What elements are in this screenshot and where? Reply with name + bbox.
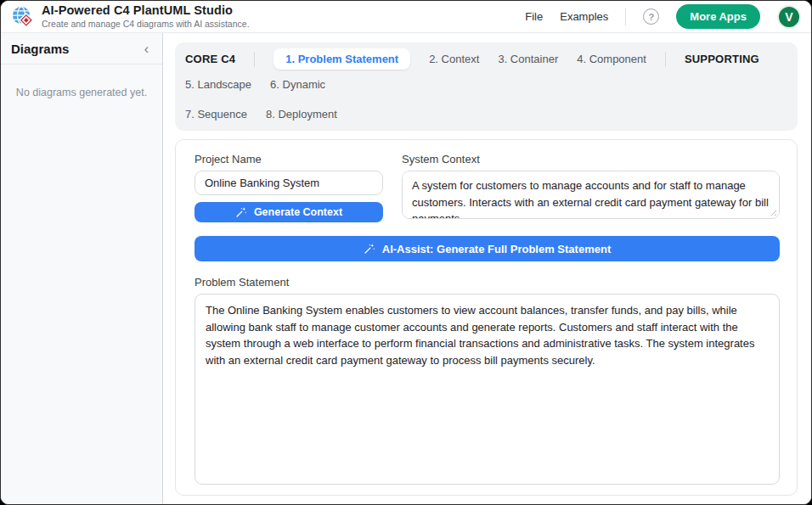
tab-divider — [665, 52, 666, 67]
generate-context-label: Generate Context — [254, 206, 342, 218]
tab-divider — [254, 52, 255, 67]
ai-assist-button[interactable]: AI-Assist: Generate Full Problem Stateme… — [195, 236, 780, 261]
tab-deployment[interactable]: 8. Deployment — [266, 104, 337, 125]
tab-problem-statement[interactable]: 1. Problem Statement — [273, 48, 410, 70]
project-name-input[interactable] — [195, 171, 383, 195]
project-name-label: Project Name — [195, 153, 383, 166]
chevron-left-icon[interactable]: ‹ — [141, 42, 152, 56]
app-subtitle: Create and manage C4 diagrams with AI as… — [42, 20, 250, 30]
tab-group-core-c4: CORE C4 — [185, 48, 235, 70]
main-panel: CORE C4 1. Problem Statement 2. Context … — [163, 33, 811, 504]
header-divider — [625, 8, 626, 25]
magic-wand-icon — [235, 206, 247, 218]
examples-menu[interactable]: Examples — [560, 10, 608, 23]
problem-statement-wrap: The Online Banking System enables custom… — [195, 294, 780, 485]
problem-statement-textarea[interactable]: The Online Banking System enables custom… — [195, 294, 780, 485]
tab-group-supporting: SUPPORTING — [685, 48, 759, 70]
tab-context[interactable]: 2. Context — [429, 48, 479, 70]
app-logo-icon — [11, 5, 34, 28]
tab-dynamic[interactable]: 6. Dynamic — [270, 74, 325, 95]
app-window: AI-Powered C4 PlantUML Studio Create and… — [0, 0, 812, 505]
tab-component[interactable]: 4. Component — [577, 48, 646, 70]
app-header: AI-Powered C4 PlantUML Studio Create and… — [1, 1, 811, 33]
help-icon[interactable]: ? — [643, 8, 659, 25]
app-title: AI-Powered C4 PlantUML Studio — [42, 4, 250, 18]
tabbar: CORE C4 1. Problem Statement 2. Context … — [175, 42, 798, 131]
system-context-column: System Context A system for customers to… — [402, 153, 780, 219]
problem-statement-form: Project Name Generate Context — [175, 139, 798, 496]
tab-container[interactable]: 3. Container — [498, 48, 558, 70]
sidebar-header: Diagrams ‹ — [1, 33, 162, 65]
ai-assist-label: AI-Assist: Generate Full Problem Stateme… — [382, 243, 611, 255]
project-name-column: Project Name Generate Context — [195, 153, 383, 222]
file-menu[interactable]: File — [525, 10, 543, 23]
diagrams-sidebar: Diagrams ‹ No diagrams generated yet. — [1, 33, 163, 504]
tab-sequence[interactable]: 7. Sequence — [185, 104, 247, 125]
problem-statement-label: Problem Statement — [195, 276, 780, 289]
avatar[interactable]: V — [777, 5, 801, 29]
title-block: AI-Powered C4 PlantUML Studio Create and… — [42, 4, 250, 29]
more-apps-button[interactable]: More Apps — [676, 4, 760, 29]
generate-context-button[interactable]: Generate Context — [195, 202, 383, 222]
sidebar-title: Diagrams — [11, 42, 69, 56]
sidebar-empty-message: No diagrams generated yet. — [1, 65, 162, 121]
header-actions: File Examples ? More Apps V — [525, 4, 801, 29]
project-context-row: Project Name Generate Context — [195, 153, 780, 222]
system-context-textarea[interactable]: A system for customers to manage account… — [402, 171, 780, 219]
magic-wand-icon — [364, 243, 375, 255]
system-context-wrap: A system for customers to manage account… — [402, 171, 780, 219]
tab-landscape[interactable]: 5. Landscape — [185, 74, 251, 95]
content-row: Diagrams ‹ No diagrams generated yet. CO… — [1, 33, 811, 504]
system-context-label: System Context — [402, 153, 780, 166]
